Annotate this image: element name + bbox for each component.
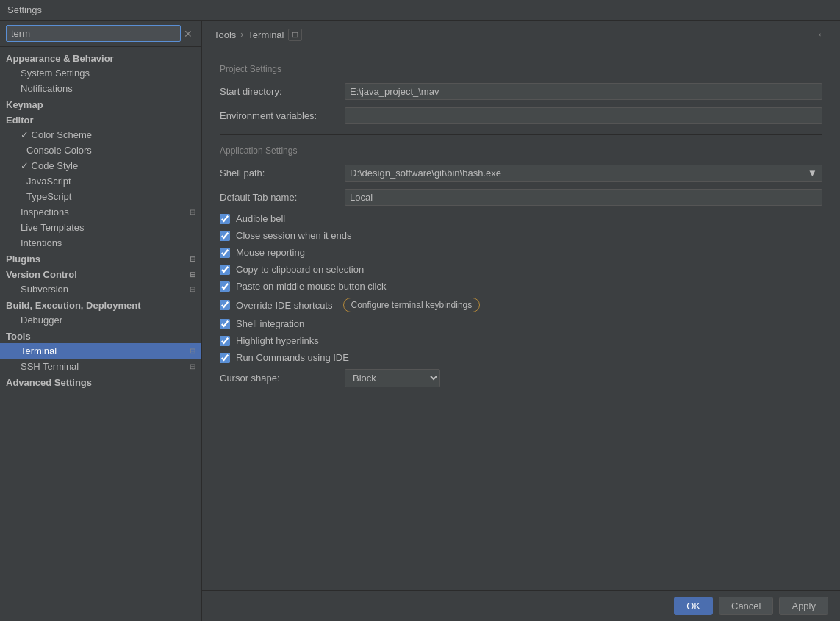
- checkbox-audible-bell: Audible bell: [220, 213, 822, 224]
- sidebar-item-ssh-terminal[interactable]: SSH Terminal ⊟: [0, 359, 201, 374]
- breadcrumb-current: Terminal: [248, 29, 284, 40]
- breadcrumb: Tools › Terminal ⊟: [214, 29, 302, 41]
- close-session-checkbox[interactable]: [220, 231, 230, 241]
- sidebar-item-intentions[interactable]: Intentions: [0, 235, 201, 251]
- sidebar-item-code-style[interactable]: ✓ Code Style: [0, 158, 201, 173]
- copy-clipboard-checkbox[interactable]: [220, 265, 230, 275]
- terminal-expand-icon: ⊟: [190, 347, 195, 355]
- mouse-reporting-checkbox[interactable]: [220, 248, 230, 258]
- content-header: Tools › Terminal ⊟ ←: [202, 21, 840, 49]
- application-settings-title: Application Settings: [220, 146, 822, 156]
- configure-keybindings-link[interactable]: Configure terminal keybindings: [343, 298, 481, 312]
- sidebar-item-live-templates[interactable]: Live Templates: [0, 220, 201, 235]
- shell-integration-checkbox[interactable]: [220, 319, 230, 329]
- sidebar-item-terminal[interactable]: Terminal ⊟: [0, 343, 201, 359]
- breadcrumb-icon[interactable]: ⊟: [288, 29, 302, 41]
- shell-path-input[interactable]: [345, 165, 803, 182]
- checkbox-shell-integration: Shell integration: [220, 318, 822, 329]
- run-commands-checkbox[interactable]: [220, 353, 230, 363]
- main-layout: ✕ Appearance & Behavior System Settings …: [0, 21, 840, 621]
- shell-integration-label: Shell integration: [236, 318, 304, 329]
- override-ide-checkbox[interactable]: [220, 300, 230, 310]
- sidebar: ✕ Appearance & Behavior System Settings …: [0, 21, 202, 621]
- start-directory-input[interactable]: [345, 83, 822, 100]
- audible-bell-label: Audible bell: [236, 213, 285, 224]
- ok-button[interactable]: OK: [674, 597, 713, 615]
- sidebar-item-plugins[interactable]: Plugins ⊟: [0, 251, 201, 266]
- checkbox-mouse-reporting: Mouse reporting: [220, 247, 822, 258]
- project-settings-title: Project Settings: [220, 64, 822, 74]
- inspections-expand-icon: ⊟: [190, 208, 195, 216]
- bottom-bar: OK Cancel Apply: [202, 590, 840, 621]
- shell-path-dropdown-button[interactable]: ▼: [803, 165, 822, 182]
- sidebar-item-typescript[interactable]: TypeScript: [0, 189, 201, 204]
- override-ide-label: Override IDE shortcuts: [236, 300, 333, 311]
- env-variables-row: Environment variables:: [220, 107, 822, 124]
- breadcrumb-root: Tools: [214, 29, 236, 40]
- env-variables-label: Environment variables:: [220, 110, 337, 121]
- sidebar-item-debugger[interactable]: Debugger: [0, 312, 201, 328]
- close-session-label: Close session when it ends: [236, 230, 352, 241]
- breadcrumb-separator: ›: [240, 29, 243, 40]
- paste-middle-label: Paste on middle mouse button click: [236, 281, 387, 292]
- cursor-shape-select[interactable]: Block Underline Vertical: [345, 369, 440, 387]
- sidebar-item-advanced-settings[interactable]: Advanced Settings: [0, 374, 201, 390]
- checkbox-close-session: Close session when it ends: [220, 230, 822, 241]
- sidebar-item-keymap[interactable]: Keymap: [0, 96, 201, 112]
- run-commands-label: Run Commands using IDE: [236, 352, 349, 363]
- start-directory-row: Start directory:: [220, 83, 822, 100]
- cancel-button[interactable]: Cancel: [719, 597, 773, 615]
- paste-middle-checkbox[interactable]: [220, 281, 230, 292]
- copy-clipboard-label: Copy to clipboard on selection: [236, 264, 364, 275]
- cursor-shape-label: Cursor shape:: [220, 373, 337, 384]
- highlight-hyperlinks-checkbox[interactable]: [220, 336, 230, 346]
- shell-path-label: Shell path:: [220, 168, 337, 179]
- mouse-reporting-label: Mouse reporting: [236, 247, 305, 258]
- sidebar-item-color-scheme[interactable]: ✓ Color Scheme: [0, 127, 201, 143]
- ssh-terminal-expand-icon: ⊟: [190, 362, 195, 370]
- content-panel: Tools › Terminal ⊟ ← Project Settings St…: [202, 21, 840, 621]
- version-control-expand-icon: ⊟: [190, 270, 195, 279]
- default-tab-row: Default Tab name:: [220, 189, 822, 206]
- start-directory-label: Start directory:: [220, 86, 337, 97]
- shell-path-input-group: ▼: [345, 165, 822, 182]
- separator-1: [220, 134, 822, 135]
- sidebar-item-notifications[interactable]: Notifications: [0, 81, 201, 96]
- nav-tree: Appearance & Behavior System Settings No…: [0, 47, 201, 621]
- sidebar-item-javascript[interactable]: JavaScript: [0, 173, 201, 189]
- highlight-hyperlinks-label: Highlight hyperlinks: [236, 335, 319, 346]
- checkbox-copy-clipboard: Copy to clipboard on selection: [220, 264, 822, 275]
- sidebar-item-system-settings[interactable]: System Settings: [0, 65, 201, 81]
- default-tab-input[interactable]: [345, 189, 822, 206]
- shell-path-row: Shell path: ▼: [220, 165, 822, 182]
- sidebar-item-console-colors[interactable]: Console Colors: [0, 143, 201, 158]
- sidebar-item-appearance-behavior[interactable]: Appearance & Behavior: [0, 50, 201, 65]
- title-bar: Settings: [0, 0, 840, 21]
- subversion-expand-icon: ⊟: [190, 285, 195, 293]
- checkbox-run-commands: Run Commands using IDE: [220, 352, 822, 363]
- sidebar-item-inspections[interactable]: Inspections ⊟: [0, 204, 201, 220]
- sidebar-item-subversion[interactable]: Subversion ⊟: [0, 281, 201, 297]
- search-clear-button[interactable]: ✕: [181, 28, 195, 40]
- audible-bell-checkbox[interactable]: [220, 214, 230, 224]
- sidebar-item-build-execution[interactable]: Build, Execution, Deployment: [0, 297, 201, 312]
- sidebar-item-editor[interactable]: Editor: [0, 112, 201, 127]
- cursor-shape-row: Cursor shape: Block Underline Vertical: [220, 369, 822, 387]
- checkbox-override-ide: Override IDE shortcuts Configure termina…: [220, 298, 822, 312]
- back-arrow-icon[interactable]: ←: [816, 28, 828, 41]
- env-variables-input[interactable]: [345, 107, 822, 124]
- sidebar-item-version-control[interactable]: Version Control ⊟: [0, 266, 201, 281]
- apply-button[interactable]: Apply: [779, 597, 828, 615]
- title-text: Settings: [7, 4, 42, 15]
- sidebar-item-tools[interactable]: Tools: [0, 328, 201, 343]
- content-body: Project Settings Start directory: Enviro…: [202, 49, 840, 590]
- checkbox-paste-middle: Paste on middle mouse button click: [220, 281, 822, 292]
- search-bar: ✕: [0, 21, 201, 47]
- checkbox-highlight-hyperlinks: Highlight hyperlinks: [220, 335, 822, 346]
- search-input[interactable]: [6, 25, 181, 42]
- plugins-expand-icon: ⊟: [190, 255, 195, 263]
- default-tab-label: Default Tab name:: [220, 192, 337, 203]
